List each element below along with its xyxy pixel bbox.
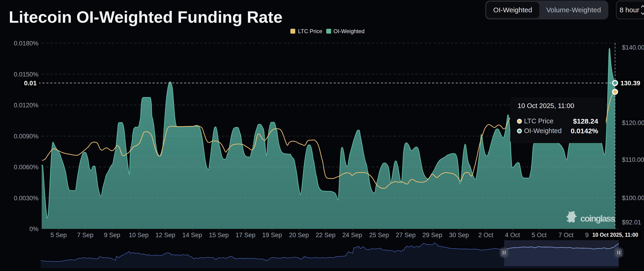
svg-text:Volume-Weighted: Volume-Weighted [546, 6, 601, 14]
svg-text:17 Sep: 17 Sep [236, 232, 256, 238]
svg-text:0.0180%: 0.0180% [14, 40, 38, 47]
svg-text:LTC Price: LTC Price [524, 117, 554, 125]
svg-text:2 Oct: 2 Oct [478, 232, 494, 238]
svg-text:22 Sep: 22 Sep [316, 232, 336, 238]
svg-text:Litecoin OI-Weighted Funding R: Litecoin OI-Weighted Funding Rate [9, 8, 282, 26]
svg-text:29 Sep: 29 Sep [422, 232, 442, 238]
svg-text:LTC Price: LTC Price [298, 28, 322, 34]
svg-text:10 Oct 2025, 11:00: 10 Oct 2025, 11:00 [592, 232, 638, 238]
svg-text:5 Oct: 5 Oct [532, 232, 547, 238]
svg-text:5 Sep: 5 Sep [50, 232, 67, 238]
svg-text:$92.01: $92.01 [622, 219, 641, 226]
svg-text:$128.24: $128.24 [573, 117, 598, 125]
svg-text:27 Sep: 27 Sep [396, 232, 416, 238]
svg-text:8 hour: 8 hour [620, 6, 639, 14]
svg-text:OI-Weighted: OI-Weighted [524, 127, 562, 134]
svg-text:10 Oct 2025, 11:00: 10 Oct 2025, 11:00 [518, 102, 574, 109]
svg-text:0.01: 0.01 [24, 80, 37, 87]
svg-text:$100.00: $100.00 [622, 194, 644, 201]
svg-text:30 Sep: 30 Sep [449, 232, 469, 238]
svg-text:19 Sep: 19 Sep [262, 232, 282, 238]
svg-text:9 Sep: 9 Sep [104, 232, 120, 238]
svg-text:coinglass: coinglass [580, 214, 615, 223]
svg-text:130.39: 130.39 [620, 80, 640, 87]
svg-text:0.0060%: 0.0060% [14, 164, 38, 171]
svg-text:20 Sep: 20 Sep [289, 232, 309, 238]
svg-text:OI-Weighted: OI-Weighted [334, 28, 364, 34]
svg-text:OI-Weighted: OI-Weighted [493, 6, 532, 14]
svg-text:7 Oct: 7 Oct [558, 232, 574, 238]
svg-text:0%: 0% [30, 225, 38, 232]
svg-text:0.0120%: 0.0120% [14, 102, 38, 109]
svg-text:10 Sep: 10 Sep [129, 232, 149, 238]
svg-text:0.0030%: 0.0030% [14, 195, 38, 202]
svg-text:0.0142%: 0.0142% [571, 127, 598, 135]
svg-text:25 Sep: 25 Sep [369, 232, 389, 238]
svg-text:$140.00: $140.00 [622, 44, 644, 51]
svg-text:0.0150%: 0.0150% [14, 71, 38, 78]
svg-text:24 Sep: 24 Sep [342, 232, 362, 238]
svg-text:15 Sep: 15 Sep [209, 232, 229, 238]
svg-text:12 Sep: 12 Sep [156, 232, 175, 238]
svg-text:$110.00: $110.00 [622, 156, 644, 163]
svg-text:7 Sep: 7 Sep [77, 232, 94, 238]
svg-text:0.0090%: 0.0090% [14, 133, 38, 140]
svg-text:4 Oct: 4 Oct [505, 232, 520, 238]
svg-text:14 Sep: 14 Sep [182, 232, 202, 238]
svg-text:$120.00: $120.00 [622, 119, 644, 126]
